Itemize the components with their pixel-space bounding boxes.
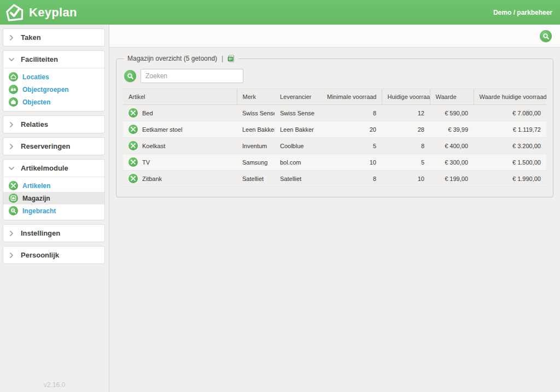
section-label: Taken: [21, 33, 41, 42]
cell-artikel: TV: [142, 159, 150, 166]
magnifier-plus-icon: [9, 206, 18, 215]
cell-artikel: Koelkast: [142, 143, 165, 149]
section-instellingen: Instellingen: [3, 224, 105, 242]
cell-huidige-voorraad: 8: [382, 138, 430, 154]
sidebar-item-locaties[interactable]: Locaties: [3, 71, 104, 83]
section-header-artikelmodule[interactable]: Artikelmodule: [3, 160, 104, 177]
column-header-artikel[interactable]: Artikel: [123, 89, 237, 105]
sidebar-item-ingebracht[interactable]: Ingebracht: [3, 204, 104, 217]
section-artikelmodule: Artikelmodule Artikelen Magazijn Ingebra…: [3, 159, 105, 220]
sidebar-item-objecten[interactable]: Objecten: [3, 96, 104, 108]
cell-waarde: € 400,00: [430, 138, 474, 154]
table-row[interactable]: Bed Swiss Sense Swiss Sense 8 12 € 590,0…: [123, 105, 546, 121]
cell-merk: Satelliet: [237, 171, 275, 187]
section-header-taken[interactable]: Taken: [3, 29, 104, 46]
section-header-instellingen[interactable]: Instellingen: [3, 225, 104, 242]
table-search-button[interactable]: [124, 70, 136, 82]
content: Magazijn overzicht (5 getoond) |: [109, 25, 560, 392]
cell-waarde-huidige-voorraad: € 1.990,00: [474, 171, 546, 187]
app-header: Keyplan Demo / parkbeheer: [0, 0, 560, 25]
house-outline-icon: [9, 72, 18, 81]
user-menu[interactable]: Demo / parkbeheer: [493, 9, 552, 16]
column-header-leverancier[interactable]: Leverancier: [275, 89, 322, 105]
excel-export-icon[interactable]: [228, 55, 235, 62]
column-header-waarde-huidige-voorraad[interactable]: Waarde huidige voorraad: [474, 89, 546, 105]
section-label: Instellingen: [21, 229, 60, 237]
warehouse-icon: [9, 194, 18, 203]
table-row[interactable]: Koelkast Inventum Coolblue 5 8 € 400,00 …: [123, 138, 546, 154]
search-icon: [127, 73, 133, 79]
cell-huidige-voorraad: 10: [382, 171, 430, 187]
sidebar-item-label: Objectgroepen: [22, 86, 69, 93]
search-input[interactable]: [141, 69, 243, 83]
section-items: Artikelen Magazijn Ingebracht: [3, 177, 104, 220]
table-row[interactable]: Eetkamer stoel Leen Bakker Leen Bakker 2…: [123, 121, 546, 138]
sidebar-item-artikelen[interactable]: Artikelen: [3, 179, 104, 192]
cell-leverancier: Leen Bakker: [275, 121, 322, 138]
search-icon: [542, 33, 549, 39]
section-header-persoonlijk[interactable]: Persoonlijk: [3, 247, 104, 264]
column-header-waarde[interactable]: Waarde: [430, 89, 474, 105]
table-row[interactable]: Zitbank Satelliet Satelliet 8 10 € 199,0…: [123, 171, 546, 187]
table-row[interactable]: TV Samsung bol.com 10 5 € 300,00 € 1.500…: [123, 154, 546, 171]
cell-leverancier: bol.com: [275, 154, 322, 171]
cell-minimale-voorraad: 8: [322, 171, 382, 187]
cell-leverancier: Satelliet: [275, 171, 322, 187]
section-label: Reserveringen: [21, 142, 70, 150]
section-header-faciliteiten[interactable]: Faciliteiten: [3, 51, 104, 68]
cell-merk: Inventum: [237, 138, 275, 154]
table-search-row: [124, 69, 546, 83]
section-faciliteiten: Faciliteiten Locaties Objectgroepen Obje…: [3, 50, 105, 112]
cell-waarde: € 590,00: [430, 105, 474, 121]
sidebar-item-magazijn[interactable]: Magazijn: [3, 192, 104, 204]
artikel-icon: [129, 108, 138, 118]
cell-waarde-huidige-voorraad: € 1.119,72: [474, 121, 546, 138]
cell-huidige-voorraad: 12: [382, 105, 430, 121]
column-header-merk[interactable]: Merk: [237, 89, 275, 105]
section-label: Artikelmodule: [21, 164, 68, 172]
sidebar-item-label: Ingebracht: [22, 207, 56, 215]
search-button[interactable]: [540, 30, 552, 42]
column-header-minimale-voorraad[interactable]: Minimale voorraad: [322, 89, 382, 105]
chevron-down-icon: [9, 57, 14, 62]
artikel-icon: [129, 174, 138, 183]
section-label: Persoonlijk: [21, 251, 59, 259]
cell-merk: Swiss Sense: [237, 105, 275, 121]
cell-minimale-voorraad: 8: [322, 105, 382, 121]
cell-leverancier: Swiss Sense: [275, 105, 322, 121]
sidebar-item-objectgroepen[interactable]: Objectgroepen: [3, 83, 104, 96]
cell-huidige-voorraad: 28: [382, 121, 430, 138]
cell-waarde: € 300,00: [430, 154, 474, 171]
chevron-down-icon: [9, 166, 14, 171]
section-label: Faciliteiten: [21, 55, 58, 63]
main-area: Magazijn overzicht (5 getoond) |: [109, 48, 560, 392]
brand-name: Keyplan: [29, 5, 77, 20]
section-header-reserveringen[interactable]: Reserveringen: [3, 138, 104, 155]
artikel-icon: [129, 125, 138, 134]
cell-merk: Leen Bakker: [237, 121, 275, 138]
sidebar-item-label: Magazijn: [22, 195, 50, 202]
sidebar-item-label: Artikelen: [22, 182, 50, 190]
cell-minimale-voorraad: 5: [322, 138, 382, 154]
cell-artikel: Eetkamer stoel: [142, 126, 182, 133]
artikel-icon: [129, 157, 138, 167]
chevron-right-icon: [9, 144, 14, 149]
crossed-utensils-icon: [9, 181, 18, 190]
chevron-right-icon: [9, 253, 14, 258]
chevron-right-icon: [9, 122, 14, 127]
brand[interactable]: Keyplan: [5, 3, 77, 22]
table-header-row: Artikel Merk Leverancier Minimale voorra…: [123, 89, 546, 105]
content-toolbar: [109, 25, 560, 48]
sidebar-item-label: Locaties: [22, 73, 49, 81]
sidebar: Taken Faciliteiten Locaties Objectgroepe…: [0, 25, 109, 392]
app-version: v2.16.0: [0, 381, 109, 389]
column-header-huidige-voorraad[interactable]: Huidige voorraad: [382, 89, 430, 105]
cell-minimale-voorraad: 20: [322, 121, 382, 138]
cell-waarde: € 199,00: [430, 171, 474, 187]
section-reserveringen: Reserveringen: [3, 137, 105, 155]
panel-title: Magazijn overzicht (5 getoond): [127, 55, 217, 62]
cell-huidige-voorraad: 5: [382, 154, 430, 171]
panel-legend: Magazijn overzicht (5 getoond) |: [124, 55, 238, 62]
cell-minimale-voorraad: 10: [322, 154, 382, 171]
section-header-relaties[interactable]: Relaties: [3, 116, 104, 133]
